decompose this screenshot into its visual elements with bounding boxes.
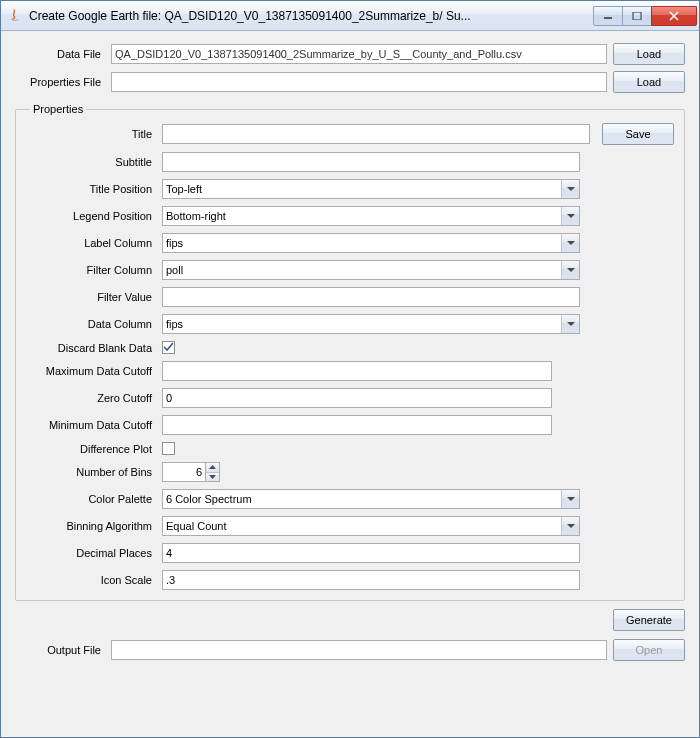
label-column-label: Label Column [26, 237, 156, 249]
chevron-down-icon[interactable] [561, 234, 579, 252]
title-position-value[interactable] [162, 179, 580, 199]
filter-column-select[interactable] [162, 260, 580, 280]
difference-plot-label: Difference Plot [26, 443, 156, 455]
num-bins-label: Number of Bins [26, 466, 156, 478]
icon-scale-label: Icon Scale [26, 574, 156, 586]
load-properties-file-button[interactable]: Load [613, 71, 685, 93]
color-palette-select[interactable] [162, 489, 580, 509]
minimize-button[interactable] [593, 6, 623, 26]
filter-column-label: Filter Column [26, 264, 156, 276]
svg-rect-0 [604, 17, 612, 19]
output-file-input[interactable] [111, 640, 607, 660]
chevron-down-icon[interactable] [561, 261, 579, 279]
icon-scale-input[interactable] [162, 570, 580, 590]
maximize-button[interactable] [622, 6, 652, 26]
binning-algo-value[interactable] [162, 516, 580, 536]
legend-position-value[interactable] [162, 206, 580, 226]
properties-file-input[interactable] [111, 72, 607, 92]
discard-blank-label: Discard Blank Data [26, 342, 156, 354]
zero-cutoff-label: Zero Cutoff [26, 392, 156, 404]
output-file-label: Output File [15, 644, 105, 656]
data-file-label: Data File [15, 48, 105, 60]
title-input[interactable] [162, 124, 590, 144]
chevron-down-icon[interactable] [561, 207, 579, 225]
java-app-icon [7, 8, 23, 24]
window-controls [594, 6, 697, 26]
label-column-value[interactable] [162, 233, 580, 253]
filter-value-label: Filter Value [26, 291, 156, 303]
data-column-value[interactable] [162, 314, 580, 334]
subtitle-label: Subtitle [26, 156, 156, 168]
chevron-down-icon[interactable] [561, 517, 579, 535]
num-bins-spinner[interactable] [162, 462, 220, 482]
bottom-section: Generate Output File Open [15, 609, 685, 661]
properties-file-label: Properties File [15, 76, 105, 88]
data-file-input[interactable] [111, 44, 607, 64]
binning-algo-label: Binning Algorithm [26, 520, 156, 532]
data-column-label: Data Column [26, 318, 156, 330]
legend-position-select[interactable] [162, 206, 580, 226]
title-label: Title [26, 128, 156, 140]
binning-algo-select[interactable] [162, 516, 580, 536]
difference-plot-checkbox[interactable] [162, 442, 175, 455]
title-position-select[interactable] [162, 179, 580, 199]
titlebar: Create Google Earth file: QA_DSID120_V0_… [1, 1, 699, 31]
max-cutoff-label: Maximum Data Cutoff [26, 365, 156, 377]
num-bins-input[interactable] [162, 462, 206, 482]
close-button[interactable] [651, 6, 697, 26]
legend-position-label: Legend Position [26, 210, 156, 222]
decimal-places-label: Decimal Places [26, 547, 156, 559]
content-area: Data File Load Properties File Load Prop… [1, 31, 699, 737]
color-palette-label: Color Palette [26, 493, 156, 505]
svg-rect-1 [633, 12, 641, 20]
generate-button[interactable]: Generate [613, 609, 685, 631]
spinner-up-button[interactable] [206, 463, 219, 472]
decimal-places-input[interactable] [162, 543, 580, 563]
chevron-down-icon[interactable] [561, 315, 579, 333]
zero-cutoff-input[interactable] [162, 388, 552, 408]
file-selection-area: Data File Load Properties File Load [15, 43, 685, 93]
subtitle-input[interactable] [162, 152, 580, 172]
min-cutoff-input[interactable] [162, 415, 552, 435]
open-button[interactable]: Open [613, 639, 685, 661]
spinner-down-button[interactable] [206, 472, 219, 482]
properties-legend: Properties [30, 103, 86, 115]
chevron-down-icon[interactable] [561, 490, 579, 508]
properties-fieldset: Properties Title Save Subtitle T [15, 103, 685, 601]
color-palette-value[interactable] [162, 489, 580, 509]
load-data-file-button[interactable]: Load [613, 43, 685, 65]
label-column-select[interactable] [162, 233, 580, 253]
data-column-select[interactable] [162, 314, 580, 334]
max-cutoff-input[interactable] [162, 361, 552, 381]
chevron-down-icon[interactable] [561, 180, 579, 198]
discard-blank-checkbox[interactable] [162, 341, 175, 354]
save-button[interactable]: Save [602, 123, 674, 145]
filter-column-value[interactable] [162, 260, 580, 280]
window-title: Create Google Earth file: QA_DSID120_V0_… [29, 9, 594, 23]
filter-value-input[interactable] [162, 287, 580, 307]
title-position-label: Title Position [26, 183, 156, 195]
window-frame: Create Google Earth file: QA_DSID120_V0_… [0, 0, 700, 738]
min-cutoff-label: Minimum Data Cutoff [26, 419, 156, 431]
